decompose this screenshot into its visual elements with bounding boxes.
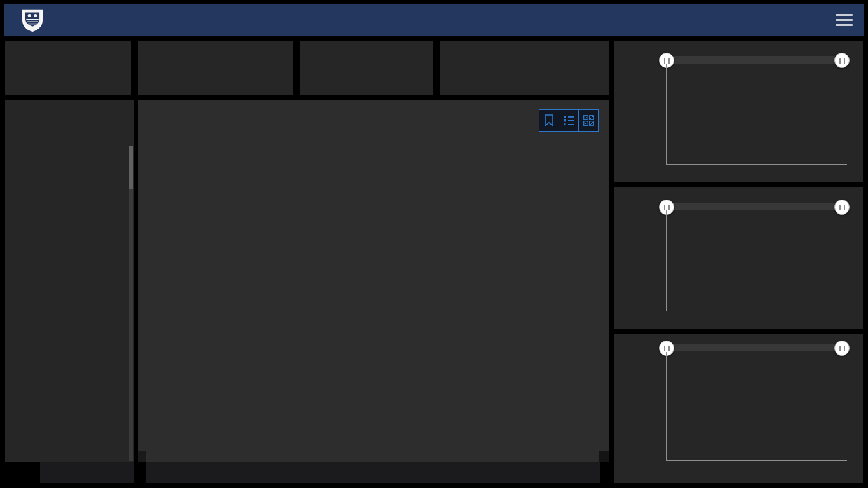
- menu-icon[interactable]: [836, 14, 853, 26]
- vaccine-doses-plot[interactable]: [666, 352, 847, 461]
- admin-pager: [40, 462, 134, 483]
- vaccine-tile: [440, 41, 609, 95]
- cases-tile: [138, 41, 293, 95]
- time-range-slider[interactable]: [666, 344, 846, 351]
- bookmark-button[interactable]: [539, 110, 559, 131]
- zoom-in-button[interactable]: [580, 402, 600, 423]
- last-updated-panel: [5, 41, 131, 95]
- country-list-panel: [5, 100, 134, 462]
- country-list-title: [5, 100, 134, 111]
- map-toolbar: [539, 109, 599, 132]
- covid-dashboard: [0, 0, 868, 488]
- bookmark-icon: [545, 114, 553, 126]
- jhu-logo: [22, 9, 43, 32]
- daily-deaths-chart-panel: [614, 187, 863, 329]
- cumulative-pager: [146, 462, 600, 483]
- y-axis-title: [621, 64, 634, 164]
- basemap-button[interactable]: [578, 110, 598, 131]
- daily-cases-chart-panel: [614, 41, 863, 182]
- scrollbar-thumb[interactable]: [129, 146, 133, 189]
- map-zoom-control: [580, 402, 600, 444]
- list-scrollbar[interactable]: [129, 146, 133, 461]
- y-axis-title: [621, 210, 634, 311]
- daily-deaths-plot[interactable]: [666, 210, 847, 311]
- zoom-out-button[interactable]: [580, 423, 600, 444]
- powered-by-esri: [599, 451, 609, 462]
- app-header: [4, 4, 864, 36]
- map-attribution: [138, 451, 146, 462]
- vaccine-doses-chart-panel: [614, 334, 863, 483]
- legend-icon: [564, 115, 574, 126]
- deaths-tile: [300, 41, 433, 95]
- daily-cases-plot[interactable]: [666, 64, 847, 165]
- time-range-slider[interactable]: [666, 56, 846, 64]
- map[interactable]: [138, 100, 609, 462]
- basemap-gallery-icon: [583, 115, 594, 126]
- time-range-slider[interactable]: [666, 203, 846, 210]
- y-axis-title: [621, 352, 634, 460]
- legend-button[interactable]: [559, 110, 578, 131]
